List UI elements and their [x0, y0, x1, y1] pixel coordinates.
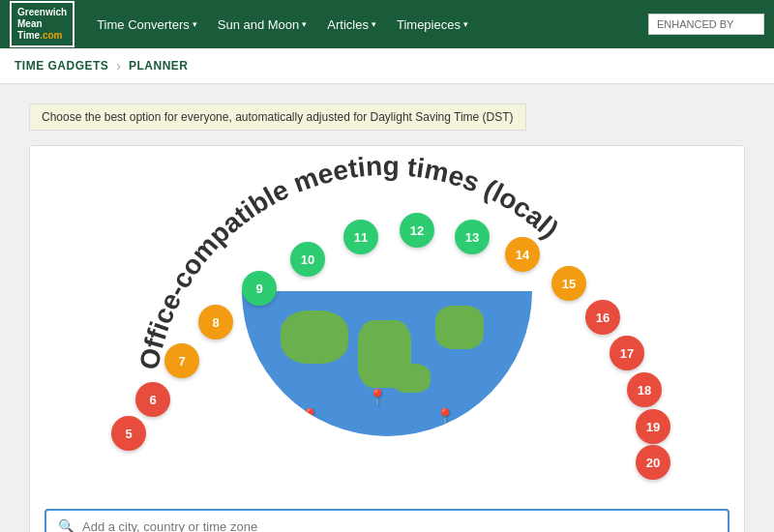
nav-timepieces-label: Timepieces	[397, 17, 461, 32]
nav-sun-moon[interactable]: Sun and Moon ▾	[210, 13, 315, 37]
bubble-9[interactable]: 9	[242, 271, 277, 306]
curved-text: Office-compatible meeting times (local)	[134, 156, 564, 372]
info-text: Choose the best option for everyone, aut…	[42, 110, 514, 124]
nav-timepieces-arrow: ▾	[463, 19, 468, 29]
bubble-13[interactable]: 13	[455, 220, 490, 254]
search-icon: 🔍	[58, 518, 74, 532]
nav-articles-arrow: ▾	[372, 19, 376, 29]
bubble-19[interactable]: 19	[636, 409, 670, 444]
breadcrumb-separator: ›	[116, 58, 121, 74]
meeting-planner-card: 📍 📍 📍 Office-compatible meeting times (l…	[29, 145, 745, 532]
nav-time-converters-label: Time Converters	[97, 17, 190, 32]
breadcrumb-planner[interactable]: PLANNER	[129, 59, 189, 73]
nav-sun-moon-label: Sun and Moon	[218, 17, 300, 32]
nav-time-converters-arrow: ▾	[193, 19, 197, 29]
logo[interactable]: GreenwichMeanTime.com	[10, 1, 74, 47]
bubble-15[interactable]: 15	[551, 266, 586, 301]
info-label: Choose the best option for everyone, aut…	[29, 103, 526, 131]
breadcrumb: TIME GADGETS › PLANNER	[0, 48, 774, 84]
bubble-10[interactable]: 10	[290, 242, 325, 277]
bubble-8[interactable]: 8	[198, 305, 233, 340]
bubble-18[interactable]: 18	[627, 372, 662, 407]
city-search-input[interactable]	[82, 519, 716, 533]
bubble-16[interactable]: 16	[585, 300, 620, 335]
logo-text: GreenwichMeanTime.com	[17, 7, 67, 42]
search-bar[interactable]: 🔍	[45, 509, 729, 532]
arc-container: 📍 📍 📍 Office-compatible meeting times (l…	[73, 165, 701, 494]
nav-time-converters[interactable]: Time Converters ▾	[89, 13, 205, 37]
bubble-20[interactable]: 20	[636, 445, 670, 480]
nav-sun-moon-arrow: ▾	[302, 19, 307, 29]
nav-articles[interactable]: Articles ▾	[319, 13, 384, 37]
bubble-7[interactable]: 7	[164, 343, 199, 378]
main-nav: Time Converters ▾ Sun and Moon ▾ Article…	[89, 13, 648, 37]
nav-articles-label: Articles	[327, 17, 369, 32]
bubble-5[interactable]: 5	[111, 416, 146, 451]
bubble-6[interactable]: 6	[135, 382, 170, 417]
header-search-text: ENHANCED BY	[657, 18, 733, 30]
curved-text-svg: Office-compatible meeting times (local)	[126, 156, 648, 446]
bubble-12[interactable]: 12	[400, 213, 434, 248]
nav-timepieces[interactable]: Timepieces ▾	[389, 13, 476, 37]
breadcrumb-gadgets[interactable]: TIME GADGETS	[15, 59, 108, 73]
header-search[interactable]: ENHANCED BY	[648, 14, 764, 35]
header: GreenwichMeanTime.com Time Converters ▾ …	[0, 0, 774, 48]
main-content: Choose the best option for everyone, aut…	[0, 84, 774, 532]
bubble-14[interactable]: 14	[505, 237, 540, 272]
bubble-11[interactable]: 11	[343, 220, 378, 254]
bubble-17[interactable]: 17	[610, 336, 644, 370]
